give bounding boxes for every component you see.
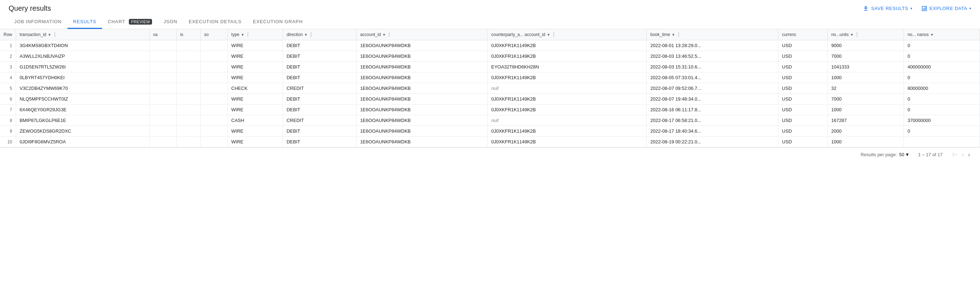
cell-type: WIRE bbox=[228, 104, 283, 115]
cell-book_time: 2022-08-03 13:46:52.5... bbox=[647, 51, 778, 62]
cell-is bbox=[176, 51, 200, 62]
cell-counterparty_a_account_id: null bbox=[487, 83, 647, 94]
cell-currency: USD bbox=[778, 94, 827, 104]
cell-book_time: 2022-08-16 06:11:17.8... bbox=[647, 104, 778, 115]
per-page-selector[interactable]: 50 ▼ bbox=[899, 152, 909, 157]
cell-counterparty_a_account_id: 0J0XKFR1K1149K2B bbox=[487, 104, 647, 115]
page-title: Query results bbox=[9, 4, 51, 13]
cell-no_nanos: 0 bbox=[904, 40, 980, 51]
page-header: Query results SAVE RESULTS ▾ EXPLORE DAT… bbox=[0, 0, 980, 15]
cell-direction: DEBIT bbox=[283, 51, 356, 62]
tab-json[interactable]: JSON bbox=[158, 15, 183, 29]
table-footer: Results per page: 50 ▼ 1 – 17 of 17 ⊢ ‹ … bbox=[0, 147, 980, 161]
next-page-button[interactable]: › bbox=[967, 151, 971, 159]
cell-transaction_id: NLQ5MPF5CCHWT0IZ bbox=[16, 94, 150, 104]
cell-currency: USD bbox=[778, 126, 827, 136]
explore-icon bbox=[921, 5, 928, 12]
cell-transaction_id: A3WLL2XLNBJVAIZP bbox=[16, 51, 150, 62]
results-table: Row transaction_id▼ va is so type▼ direc… bbox=[0, 29, 980, 147]
cell-row: 3 bbox=[0, 62, 16, 73]
cell-currency: USD bbox=[778, 62, 827, 73]
cell-account_id: 1E6OOAUNKP84WDKB bbox=[356, 62, 487, 73]
cell-currency: USD bbox=[778, 73, 827, 83]
cell-va bbox=[149, 136, 176, 147]
save-results-button[interactable]: SAVE RESULTS ▾ bbox=[862, 5, 913, 12]
cell-book_time: 2022-08-07 19:48:34.0... bbox=[647, 94, 778, 104]
cell-so bbox=[200, 126, 228, 136]
explore-data-button[interactable]: EXPLORE DATA ▾ bbox=[921, 5, 971, 12]
results-table-container: Row transaction_id▼ va is so type▼ direc… bbox=[0, 29, 980, 147]
cell-currency: USD bbox=[778, 51, 827, 62]
cell-type: WIRE bbox=[228, 136, 283, 147]
cell-book_time: 2022-08-17 18:40:34.6... bbox=[647, 126, 778, 136]
cell-no_nanos bbox=[904, 136, 980, 147]
cell-no_units: 1000 bbox=[827, 73, 904, 83]
cell-account_id: 1E6OOAUNKP84WDKB bbox=[356, 126, 487, 136]
cell-so bbox=[200, 62, 228, 73]
cell-so bbox=[200, 73, 228, 83]
cell-currency: USD bbox=[778, 83, 827, 94]
col-header-currency: currenc bbox=[778, 29, 827, 40]
cell-no_units: 7000 bbox=[827, 94, 904, 104]
table-row: 100JDI9F8G6MVZ5ROAWIREDEBIT1E6OOAUNKP84W… bbox=[0, 136, 980, 147]
cell-currency: USD bbox=[778, 115, 827, 126]
col-header-counterparty[interactable]: counterparty_a... account_id▼ bbox=[487, 29, 647, 40]
cell-type: WIRE bbox=[228, 40, 283, 51]
cell-va bbox=[149, 94, 176, 104]
cell-account_id: 1E6OOAUNKP84WDKB bbox=[356, 136, 487, 147]
tab-execution-graph[interactable]: EXECUTION GRAPH bbox=[247, 15, 309, 29]
col-header-row: Row bbox=[0, 29, 16, 40]
save-results-chevron: ▾ bbox=[910, 6, 913, 10]
cell-direction: CREDIT bbox=[283, 83, 356, 94]
tab-results[interactable]: RESULTS bbox=[67, 15, 102, 29]
col-header-account-id[interactable]: account_id▼ bbox=[356, 29, 487, 40]
cell-transaction_id: 0LBYRT457YDH0KEI bbox=[16, 73, 150, 83]
cell-book_time: 2022-08-01 13:28:29.0... bbox=[647, 40, 778, 51]
cell-row: 2 bbox=[0, 51, 16, 62]
cell-counterparty_a_account_id: 0J0XKFR1K1149K2B bbox=[487, 73, 647, 83]
tab-chart[interactable]: CHART PREVIEW bbox=[102, 15, 158, 29]
cell-no_nanos: 80000000 bbox=[904, 83, 980, 94]
cell-no_units: 9000 bbox=[827, 40, 904, 51]
cell-no_units: 7000 bbox=[827, 51, 904, 62]
col-header-direction[interactable]: direction▼ bbox=[283, 29, 356, 40]
cell-account_id: 1E6OOAUNKP84WDKB bbox=[356, 83, 487, 94]
col-header-no-nanos[interactable]: no... nanos▼ bbox=[904, 29, 980, 40]
table-header-row: Row transaction_id▼ va is so type▼ direc… bbox=[0, 29, 980, 40]
tab-execution-details[interactable]: EXECUTION DETAILS bbox=[183, 15, 247, 29]
cell-direction: CREDIT bbox=[283, 115, 356, 126]
cell-row: 6 bbox=[0, 94, 16, 104]
col-header-type[interactable]: type▼ bbox=[228, 29, 283, 40]
col-header-book-time[interactable]: book_time▼ bbox=[647, 29, 778, 40]
col-header-no-units[interactable]: no...units▼ bbox=[827, 29, 904, 40]
tab-job-information[interactable]: JOB INFORMATION bbox=[9, 15, 67, 29]
cell-no_units: 1000 bbox=[827, 136, 904, 147]
cell-counterparty_a_account_id: null bbox=[487, 115, 647, 126]
cell-transaction_id: BMIP87LGKGLP6E1E bbox=[16, 115, 150, 126]
cell-book_time: 2022-08-05 07:33:01.4... bbox=[647, 73, 778, 83]
cell-account_id: 1E6OOAUNKP84WDKB bbox=[356, 115, 487, 126]
cell-va bbox=[149, 40, 176, 51]
cell-transaction_id: ZEWOG5KDS8GR2DXC bbox=[16, 126, 150, 136]
col-header-transaction-id[interactable]: transaction_id▼ bbox=[16, 29, 150, 40]
save-icon bbox=[862, 5, 869, 12]
table-row: 5V3C2DB4ZYMW69K70CHECKCREDIT1E6OOAUNKP84… bbox=[0, 83, 980, 94]
cell-account_id: 1E6OOAUNKP84WDKB bbox=[356, 73, 487, 83]
cell-no_nanos: 0 bbox=[904, 126, 980, 136]
cell-counterparty_a_account_id: 0J0XKFR1K1149K2B bbox=[487, 136, 647, 147]
cell-transaction_id: V3C2DB4ZYMW69K70 bbox=[16, 83, 150, 94]
cell-so bbox=[200, 104, 228, 115]
cell-account_id: 1E6OOAUNKP84WDKB bbox=[356, 51, 487, 62]
cell-type: CASH bbox=[228, 115, 283, 126]
table-row: 13G4KMS8GBXTD4IONWIREDEBIT1E6OOAUNKP84WD… bbox=[0, 40, 980, 51]
cell-is bbox=[176, 73, 200, 83]
first-page-button[interactable]: ⊢ bbox=[951, 150, 959, 159]
cell-transaction_id: 6X46QEY0GR29JG3E bbox=[16, 104, 150, 115]
cell-is bbox=[176, 83, 200, 94]
cell-is bbox=[176, 115, 200, 126]
cell-direction: DEBIT bbox=[283, 126, 356, 136]
cell-direction: DEBIT bbox=[283, 73, 356, 83]
cell-va bbox=[149, 62, 176, 73]
cell-is bbox=[176, 126, 200, 136]
prev-page-button[interactable]: ‹ bbox=[960, 151, 965, 159]
